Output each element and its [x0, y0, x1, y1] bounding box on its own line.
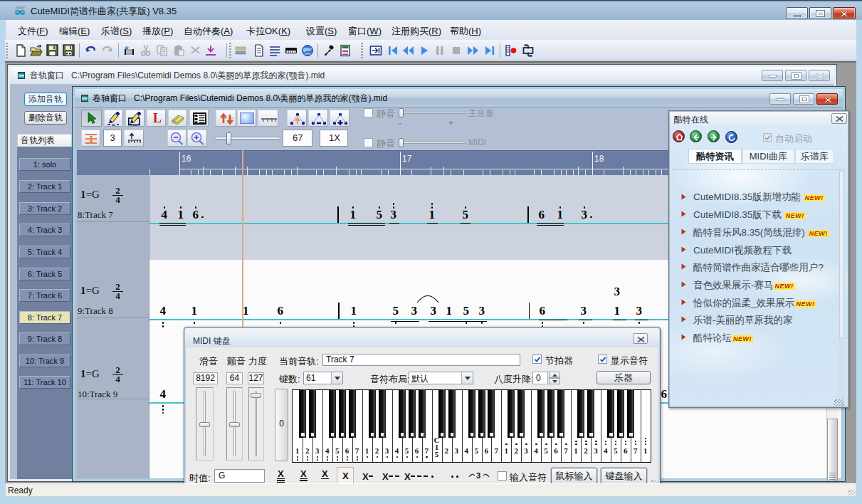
svg-text:3: 3 — [476, 471, 480, 480]
